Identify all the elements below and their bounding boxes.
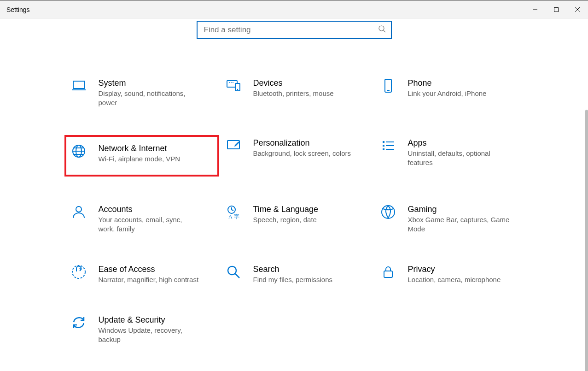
tile-desc: Display, sound, notifications, power	[99, 89, 201, 107]
svg-text:字: 字	[234, 213, 239, 220]
tile-desc: Find my files, permissions	[253, 275, 333, 284]
accounts-icon	[71, 204, 87, 220]
scrollbar-thumb[interactable]	[585, 110, 588, 371]
svg-point-35	[72, 265, 85, 278]
tile-time-language[interactable]: A字 Time & Language Speech, region, date	[219, 201, 374, 236]
tile-title: Time & Language	[253, 204, 318, 214]
tile-devices[interactable]: Devices Bluetooth, printers, mouse	[219, 75, 374, 110]
minimize-icon	[532, 7, 538, 12]
gaming-icon	[380, 204, 396, 220]
tile-desc: Background, lock screen, colors	[253, 149, 351, 158]
tile-gaming[interactable]: Gaming Xbox Game Bar, captures, Game Mod…	[374, 201, 529, 236]
search-category-icon	[226, 264, 241, 280]
close-icon	[575, 7, 580, 12]
maximize-button[interactable]	[546, 1, 567, 18]
tile-apps[interactable]: Apps Uninstall, defaults, optional featu…	[374, 135, 529, 177]
svg-rect-6	[73, 81, 84, 88]
svg-point-36	[228, 266, 236, 275]
tile-title: Gaming	[408, 204, 510, 214]
tile-title: Apps	[408, 138, 510, 148]
svg-text:A: A	[228, 213, 233, 220]
tile-search[interactable]: Search Find my files, permissions	[219, 261, 374, 287]
tile-desc: Wi-Fi, airplane mode, VPN	[99, 154, 180, 164]
svg-rect-21	[227, 141, 239, 149]
svg-rect-38	[384, 271, 392, 277]
close-button[interactable]	[567, 1, 588, 18]
maximize-icon	[553, 7, 559, 12]
tile-title: System	[99, 78, 201, 88]
tile-desc: Speech, region, date	[253, 215, 318, 224]
tile-title: Search	[253, 264, 333, 274]
svg-rect-26	[383, 148, 384, 150]
tile-desc: Link your Android, iPhone	[408, 89, 487, 98]
tile-title: Update & Security	[99, 315, 201, 325]
tile-title: Privacy	[408, 264, 501, 274]
laptop-icon	[71, 78, 87, 94]
window-controls	[524, 1, 588, 18]
tile-accounts[interactable]: Accounts Your accounts, email, sync, wor…	[64, 201, 219, 236]
tile-title: Network & Internet	[99, 143, 180, 153]
svg-point-34	[382, 206, 395, 218]
content-area: System Display, sound, notifications, po…	[0, 18, 588, 371]
category-grid: System Display, sound, notifications, po…	[62, 75, 527, 347]
svg-rect-1	[554, 7, 559, 12]
svg-point-13	[233, 82, 233, 83]
svg-line-31	[232, 210, 233, 211]
globe-icon	[71, 143, 87, 159]
tile-phone[interactable]: Phone Link your Android, iPhone	[374, 75, 529, 110]
svg-rect-24	[383, 145, 384, 147]
tile-system[interactable]: System Display, sound, notifications, po…	[64, 75, 219, 110]
devices-icon	[226, 78, 241, 94]
svg-point-10	[237, 89, 238, 90]
svg-point-4	[379, 26, 384, 31]
svg-point-11	[229, 82, 230, 83]
tile-title: Ease of Access	[99, 264, 199, 274]
tile-title: Personalization	[253, 138, 351, 148]
tile-update-security[interactable]: Update & Security Windows Update, recove…	[64, 312, 219, 347]
svg-line-5	[383, 30, 385, 32]
search-input[interactable]	[203, 25, 378, 35]
search-icon	[378, 25, 386, 35]
tile-desc: Uninstall, defaults, optional features	[408, 149, 510, 167]
time-language-icon: A字	[226, 204, 241, 220]
tile-desc: Narrator, magnifier, high contrast	[99, 275, 199, 284]
minimize-button[interactable]	[524, 1, 546, 18]
tile-desc: Location, camera, microphone	[408, 275, 501, 284]
svg-rect-22	[383, 141, 384, 143]
search-container	[0, 18, 588, 39]
apps-icon	[380, 138, 396, 153]
svg-line-37	[235, 274, 239, 278]
tile-title: Devices	[253, 78, 334, 88]
tile-desc: Windows Update, recovery, backup	[99, 326, 201, 344]
update-icon	[71, 315, 87, 330]
phone-icon	[380, 78, 396, 94]
tile-desc: Xbox Game Bar, captures, Game Mode	[408, 215, 510, 234]
tile-title: Accounts	[99, 204, 201, 214]
tile-privacy[interactable]: Privacy Location, camera, microphone	[374, 261, 529, 287]
tile-desc: Bluetooth, printers, mouse	[253, 89, 334, 98]
tile-desc: Your accounts, email, sync, work, family	[99, 215, 201, 234]
tile-personalization[interactable]: Personalization Background, lock screen,…	[219, 135, 374, 177]
tile-title: Phone	[408, 78, 487, 88]
svg-point-12	[231, 82, 232, 83]
search-box[interactable]	[197, 21, 392, 39]
privacy-icon	[380, 264, 396, 280]
window-title: Settings	[6, 6, 30, 13]
personalize-icon	[226, 138, 241, 153]
tile-ease-of-access[interactable]: Ease of Access Narrator, magnifier, high…	[64, 261, 219, 287]
svg-point-28	[76, 206, 82, 212]
titlebar: Settings	[0, 1, 588, 18]
ease-of-access-icon	[71, 264, 87, 280]
tile-network[interactable]: Network & Internet Wi-Fi, airplane mode,…	[64, 135, 219, 177]
